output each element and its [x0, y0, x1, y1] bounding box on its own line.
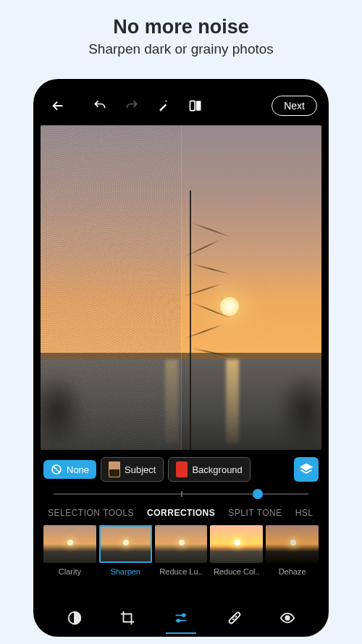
- intensity-slider[interactable]: [41, 482, 321, 501]
- eye-icon: [279, 610, 295, 626]
- compare-icon: [188, 99, 203, 113]
- none-icon: [51, 464, 62, 475]
- layers-button[interactable]: [294, 457, 319, 482]
- nav-retouch[interactable]: [215, 603, 254, 632]
- redo-icon: [125, 99, 139, 113]
- filter-label: Clarity: [59, 567, 81, 576]
- phone-notch: [138, 79, 224, 89]
- back-button[interactable]: [45, 93, 71, 119]
- compare-button[interactable]: [182, 93, 209, 119]
- filter-clarity[interactable]: Clarity: [43, 525, 96, 576]
- mask-subject-chip[interactable]: Subject: [101, 457, 164, 482]
- slider-thumb[interactable]: [253, 489, 263, 499]
- filter-label: Sharpen: [110, 567, 140, 576]
- sliders-icon: [173, 610, 189, 626]
- before-half: [41, 125, 181, 450]
- layers-icon: [299, 462, 313, 477]
- mask-background-label: Background: [192, 464, 242, 475]
- undo-button[interactable]: [87, 93, 113, 119]
- svg-rect-6: [228, 612, 240, 624]
- tab-corrections[interactable]: CORRECTIONS: [147, 508, 215, 518]
- mask-background-chip[interactable]: Background: [168, 457, 250, 482]
- tab-split-tone[interactable]: SPLIT TONE: [228, 508, 282, 518]
- filter-label: Reduce Lu..: [159, 567, 202, 576]
- svg-point-4: [182, 614, 185, 617]
- tab-selection-tools[interactable]: SELECTION TOOLS: [48, 508, 134, 518]
- svg-point-9: [235, 616, 236, 617]
- subject-thumb-icon: [109, 461, 120, 477]
- filter-thumbnails: Clarity Sharpen Reduce Lu.. Reduce Col..…: [41, 524, 321, 576]
- svg-point-11: [285, 616, 290, 620]
- contrast-circle-icon: [67, 610, 83, 626]
- phone-frame: Next: [33, 79, 329, 637]
- split-divider[interactable]: [181, 125, 182, 450]
- svg-rect-0: [190, 101, 195, 110]
- mask-selector-row: None Subject Background: [41, 450, 321, 482]
- filter-dehaze[interactable]: Dehaze: [266, 525, 319, 576]
- filter-sharpen[interactable]: Sharpen: [99, 525, 152, 576]
- back-arrow-icon: [50, 98, 66, 114]
- nav-looks[interactable]: [55, 603, 94, 632]
- filter-reduce-color[interactable]: Reduce Col..: [210, 525, 263, 576]
- svg-point-10: [232, 619, 233, 619]
- svg-point-8: [235, 619, 236, 619]
- top-toolbar: Next: [41, 89, 321, 122]
- svg-rect-1: [196, 101, 201, 110]
- category-tabs: SELECTION TOOLS CORRECTIONS SPLIT TONE H…: [41, 501, 321, 524]
- mask-none-chip[interactable]: None: [43, 460, 96, 479]
- mask-none-label: None: [67, 464, 89, 475]
- filter-label: Reduce Col..: [214, 567, 260, 576]
- mask-subject-label: Subject: [125, 464, 156, 475]
- undo-icon: [93, 99, 107, 113]
- svg-point-7: [232, 616, 233, 617]
- next-button[interactable]: Next: [272, 96, 317, 116]
- svg-point-5: [177, 619, 180, 622]
- background-thumb-icon: [176, 461, 188, 477]
- tab-hsl[interactable]: HSL: [295, 508, 313, 518]
- image-preview[interactable]: [41, 125, 321, 450]
- magic-wand-icon: [156, 99, 171, 113]
- nav-crop[interactable]: [108, 603, 147, 632]
- bottom-nav: [41, 601, 321, 637]
- bandage-icon: [227, 610, 243, 626]
- auto-enhance-button[interactable]: [151, 93, 177, 119]
- filter-reduce-luminance[interactable]: Reduce Lu..: [155, 525, 208, 576]
- promo-subtitle: Sharpen dark or grainy photos: [88, 41, 274, 57]
- nav-adjust[interactable]: [161, 603, 201, 632]
- nav-redeye[interactable]: [268, 603, 307, 632]
- filter-label: Dehaze: [279, 567, 306, 576]
- redo-button[interactable]: [119, 93, 145, 119]
- crop-icon: [119, 610, 135, 626]
- promo-title: No more noise: [113, 16, 249, 38]
- foreground-plant: [175, 191, 204, 450]
